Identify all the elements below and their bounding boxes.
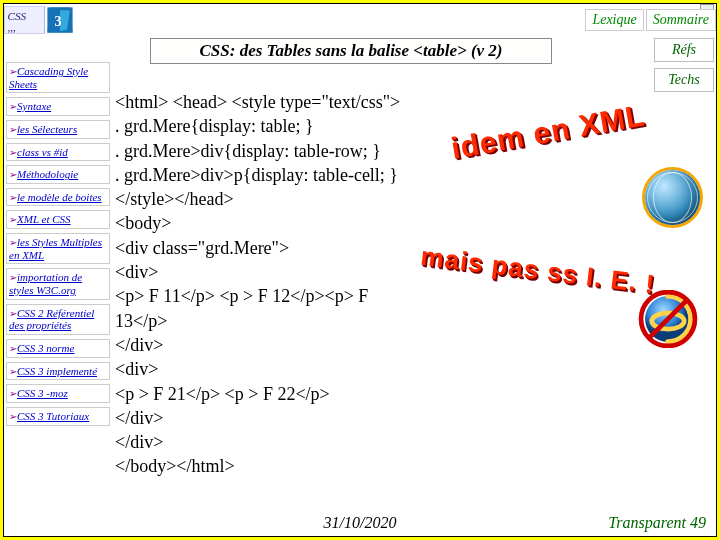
nav-item[interactable]: ➢Méthodologie bbox=[6, 165, 110, 184]
code-line: . grd.Mere>div>p{display: table-cell; } bbox=[115, 163, 415, 187]
right-side-buttons: Réfs Techs bbox=[654, 38, 714, 98]
code-line: </style></head> bbox=[115, 187, 415, 211]
nav-item[interactable]: ➢CSS 3 Tutoriaux bbox=[6, 407, 110, 426]
code-line: <div> bbox=[115, 260, 415, 284]
chevron-icon: ➢ bbox=[9, 66, 17, 77]
nav-item[interactable]: ➢XML et CSS bbox=[6, 210, 110, 229]
nav-item[interactable]: ➢CSS 3 norme bbox=[6, 339, 110, 358]
nav-link[interactable]: les Sélecteurs bbox=[17, 123, 77, 135]
code-line: <p > F 21</p> <p > F 22</p> bbox=[115, 382, 415, 406]
svg-text:3: 3 bbox=[54, 14, 61, 29]
btn-techs[interactable]: Techs bbox=[654, 68, 714, 92]
nav-link[interactable]: CSS 2 Référentiel des propriétés bbox=[9, 307, 94, 332]
nav-link[interactable]: CSS 3 Tutoriaux bbox=[17, 410, 89, 422]
nav-link[interactable]: les Styles Multiples en XML bbox=[9, 236, 102, 261]
nav-item[interactable]: ➢importation de styles W3C.org bbox=[6, 268, 110, 299]
nav-link[interactable]: le modèle de boites bbox=[17, 191, 102, 203]
chevron-icon: ➢ bbox=[9, 101, 17, 112]
nav-link[interactable]: CSS 3 implementé bbox=[17, 365, 97, 377]
nav-link[interactable]: CSS 3 -moz bbox=[17, 387, 68, 399]
nav-item[interactable]: ➢les Sélecteurs bbox=[6, 120, 110, 139]
code-block: <html> <head> <style type="text/css">. g… bbox=[115, 90, 415, 479]
code-line: <body> bbox=[115, 211, 415, 235]
code-line: . grd.Mere{display: table; } bbox=[115, 114, 415, 138]
nav-link[interactable]: CSS 3 norme bbox=[17, 342, 74, 354]
btn-refs[interactable]: Réfs bbox=[654, 38, 714, 62]
nav-item[interactable]: ➢CSS 3 -moz bbox=[6, 384, 110, 403]
code-line: </body></html> bbox=[115, 454, 415, 478]
code-line: <div> bbox=[115, 357, 415, 381]
chevron-icon: ➢ bbox=[9, 388, 17, 399]
chevron-icon: ➢ bbox=[9, 411, 17, 422]
code-line: </div> bbox=[115, 406, 415, 430]
nav-item[interactable]: ➢Syntaxe bbox=[6, 97, 110, 116]
top-bar: CSS ,,, 3 Lexique Sommaire bbox=[4, 4, 716, 36]
nav-item[interactable]: ➢les Styles Multiples en XML bbox=[6, 233, 110, 264]
chevron-icon: ➢ bbox=[9, 192, 17, 203]
slide-root: CSS ,,, 3 Lexique Sommaire CSS: des Tabl… bbox=[0, 0, 720, 540]
chevron-icon: ➢ bbox=[9, 169, 17, 180]
nav-link[interactable]: importation de styles W3C.org bbox=[9, 271, 82, 296]
nav-item[interactable]: ➢class vs #id bbox=[6, 143, 110, 162]
nav-item[interactable]: ➢CSS 3 implementé bbox=[6, 362, 110, 381]
nav-link[interactable]: XML et CSS bbox=[17, 213, 71, 225]
chevron-icon: ➢ bbox=[9, 272, 17, 283]
nav-link[interactable]: Méthodologie bbox=[17, 168, 78, 180]
code-line: </div> bbox=[115, 333, 415, 357]
chevron-icon: ➢ bbox=[9, 147, 17, 158]
nav-link[interactable]: Syntaxe bbox=[17, 100, 51, 112]
nav-link[interactable]: class vs #id bbox=[17, 146, 68, 158]
nav-item[interactable]: ➢Cascading Style Sheets bbox=[6, 62, 110, 93]
footer-transparent: Transparent 49 bbox=[608, 514, 706, 532]
tab-lexique[interactable]: Lexique bbox=[585, 9, 643, 31]
chevron-icon: ➢ bbox=[9, 214, 17, 225]
css-logo-icon: CSS ,,, 3 bbox=[4, 6, 88, 34]
code-line: . grd.Mere>div{display: table-row; } bbox=[115, 139, 415, 163]
nav-item[interactable]: ➢CSS 2 Référentiel des propriétés bbox=[6, 304, 110, 335]
chevron-icon: ➢ bbox=[9, 237, 17, 248]
nav-link[interactable]: Cascading Style Sheets bbox=[9, 65, 88, 90]
code-line: <html> <head> <style type="text/css"> bbox=[115, 90, 415, 114]
code-line: </div> bbox=[115, 430, 415, 454]
slide-title: CSS: des Tables sans la balise <table> (… bbox=[150, 38, 552, 64]
chevron-icon: ➢ bbox=[9, 366, 17, 377]
svg-text:,,,: ,,, bbox=[8, 21, 17, 33]
nav-item[interactable]: ➢le modèle de boites bbox=[6, 188, 110, 207]
chevron-icon: ➢ bbox=[9, 308, 17, 319]
svg-text:CSS: CSS bbox=[8, 10, 27, 22]
globe-browser-icon bbox=[645, 170, 700, 225]
tab-sommaire[interactable]: Sommaire bbox=[646, 9, 716, 31]
code-line: <p> F 11</p> <p > F 12</p><p> F 13</p> bbox=[115, 284, 415, 333]
chevron-icon: ➢ bbox=[9, 343, 17, 354]
ie-forbidden-icon bbox=[634, 290, 702, 348]
code-line: <div class="grd.Mere"> bbox=[115, 236, 415, 260]
chevron-icon: ➢ bbox=[9, 124, 17, 135]
left-nav: ➢Cascading Style Sheets➢Syntaxe➢les Séle… bbox=[6, 62, 110, 430]
